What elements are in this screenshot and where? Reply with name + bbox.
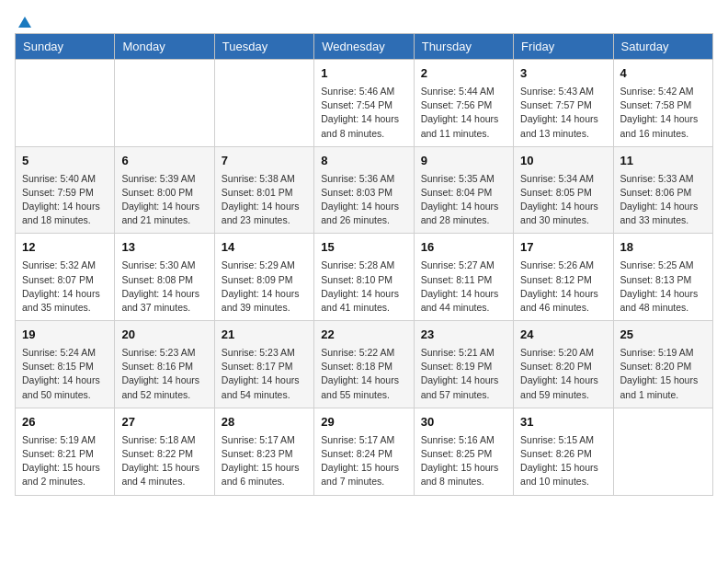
weekday-header-thursday: Thursday [414,34,513,60]
day-number: 1 [321,65,406,83]
day-info: Sunrise: 5:28 AM Sunset: 8:10 PM Dayligh… [321,259,406,315]
calendar-table: SundayMondayTuesdayWednesdayThursdayFrid… [15,33,713,496]
weekday-header-monday: Monday [115,34,214,60]
weekday-header-friday: Friday [514,34,613,60]
day-number: 30 [421,414,506,431]
day-info: Sunrise: 5:24 AM Sunset: 8:15 PM Dayligh… [22,346,108,402]
calendar-week-row: 12Sunrise: 5:32 AM Sunset: 8:07 PM Dayli… [16,234,713,321]
day-number: 3 [520,65,606,83]
calendar-cell: 8Sunrise: 5:36 AM Sunset: 8:03 PM Daylig… [314,146,414,234]
day-info: Sunrise: 5:36 AM Sunset: 8:03 PM Dayligh… [321,172,406,228]
day-info: Sunrise: 5:23 AM Sunset: 8:16 PM Dayligh… [121,346,207,402]
calendar-cell: 6Sunrise: 5:39 AM Sunset: 8:00 PM Daylig… [115,146,214,234]
calendar-cell: 10Sunrise: 5:34 AM Sunset: 8:05 PM Dayli… [514,146,613,234]
day-info: Sunrise: 5:39 AM Sunset: 8:00 PM Dayligh… [121,172,207,228]
calendar-cell: 13Sunrise: 5:30 AM Sunset: 8:08 PM Dayli… [115,234,214,321]
day-number: 27 [121,414,207,431]
day-number: 23 [421,327,506,344]
calendar-cell: 3Sunrise: 5:43 AM Sunset: 7:57 PM Daylig… [514,60,613,147]
day-info: Sunrise: 5:42 AM Sunset: 7:58 PM Dayligh… [620,85,706,141]
day-info: Sunrise: 5:21 AM Sunset: 8:19 PM Dayligh… [421,346,506,402]
weekday-header-saturday: Saturday [613,34,712,60]
day-info: Sunrise: 5:18 AM Sunset: 8:22 PM Dayligh… [121,433,207,489]
day-number: 10 [520,153,606,170]
day-number: 25 [620,327,706,344]
calendar-cell: 25Sunrise: 5:19 AM Sunset: 8:20 PM Dayli… [613,321,712,408]
day-number: 6 [121,153,207,170]
day-info: Sunrise: 5:27 AM Sunset: 8:11 PM Dayligh… [421,259,506,315]
calendar-cell: 20Sunrise: 5:23 AM Sunset: 8:16 PM Dayli… [115,321,214,408]
calendar-cell: 11Sunrise: 5:33 AM Sunset: 8:06 PM Dayli… [613,146,712,234]
weekday-header-tuesday: Tuesday [214,34,313,60]
calendar-cell [214,60,313,147]
day-number: 29 [321,414,406,431]
calendar-cell: 14Sunrise: 5:29 AM Sunset: 8:09 PM Dayli… [214,234,313,321]
calendar-cell: 2Sunrise: 5:44 AM Sunset: 7:56 PM Daylig… [414,60,513,147]
day-number: 12 [22,239,108,257]
day-number: 21 [222,327,307,344]
calendar-cell: 9Sunrise: 5:35 AM Sunset: 8:04 PM Daylig… [414,146,513,234]
logo-icon [17,15,33,31]
calendar-week-row: 19Sunrise: 5:24 AM Sunset: 8:15 PM Dayli… [16,321,713,408]
day-number: 5 [22,153,108,170]
day-info: Sunrise: 5:29 AM Sunset: 8:09 PM Dayligh… [222,259,307,315]
day-number: 20 [121,327,207,344]
day-info: Sunrise: 5:26 AM Sunset: 8:12 PM Dayligh… [520,259,606,315]
calendar-cell: 26Sunrise: 5:19 AM Sunset: 8:21 PM Dayli… [16,408,115,495]
day-number: 24 [520,327,606,344]
day-info: Sunrise: 5:30 AM Sunset: 8:08 PM Dayligh… [121,259,207,315]
calendar-cell: 23Sunrise: 5:21 AM Sunset: 8:19 PM Dayli… [414,321,513,408]
calendar-cell: 21Sunrise: 5:23 AM Sunset: 8:17 PM Dayli… [214,321,313,408]
day-info: Sunrise: 5:32 AM Sunset: 8:07 PM Dayligh… [22,259,108,315]
calendar-cell: 19Sunrise: 5:24 AM Sunset: 8:15 PM Dayli… [16,321,115,408]
day-info: Sunrise: 5:43 AM Sunset: 7:57 PM Dayligh… [520,85,606,141]
day-number: 9 [421,153,506,170]
page-header [15,15,713,26]
day-number: 22 [321,327,406,344]
day-info: Sunrise: 5:20 AM Sunset: 8:20 PM Dayligh… [520,346,606,402]
calendar-cell: 4Sunrise: 5:42 AM Sunset: 7:58 PM Daylig… [613,60,712,147]
calendar-cell: 5Sunrise: 5:40 AM Sunset: 7:59 PM Daylig… [16,146,115,234]
day-number: 17 [520,239,606,257]
svg-marker-0 [18,17,31,28]
calendar-cell: 31Sunrise: 5:15 AM Sunset: 8:26 PM Dayli… [514,408,613,495]
day-info: Sunrise: 5:40 AM Sunset: 7:59 PM Dayligh… [22,172,108,228]
day-number: 8 [321,153,406,170]
day-info: Sunrise: 5:22 AM Sunset: 8:18 PM Dayligh… [321,346,406,402]
day-number: 14 [222,239,307,257]
calendar-cell: 17Sunrise: 5:26 AM Sunset: 8:12 PM Dayli… [514,234,613,321]
day-number: 16 [421,239,506,257]
day-info: Sunrise: 5:33 AM Sunset: 8:06 PM Dayligh… [620,172,706,228]
day-number: 31 [520,414,606,431]
day-number: 28 [222,414,307,431]
day-info: Sunrise: 5:35 AM Sunset: 8:04 PM Dayligh… [421,172,506,228]
calendar-cell: 7Sunrise: 5:38 AM Sunset: 8:01 PM Daylig… [214,146,313,234]
calendar-cell: 16Sunrise: 5:27 AM Sunset: 8:11 PM Dayli… [414,234,513,321]
day-number: 2 [421,65,506,83]
calendar-header-row: SundayMondayTuesdayWednesdayThursdayFrid… [16,34,713,60]
calendar-cell: 18Sunrise: 5:25 AM Sunset: 8:13 PM Dayli… [613,234,712,321]
day-number: 4 [620,65,706,83]
calendar-week-row: 26Sunrise: 5:19 AM Sunset: 8:21 PM Dayli… [16,408,713,495]
day-info: Sunrise: 5:19 AM Sunset: 8:20 PM Dayligh… [620,346,706,402]
day-number: 18 [620,239,706,257]
weekday-header-sunday: Sunday [16,34,115,60]
calendar-cell: 27Sunrise: 5:18 AM Sunset: 8:22 PM Dayli… [115,408,214,495]
calendar-cell: 29Sunrise: 5:17 AM Sunset: 8:24 PM Dayli… [314,408,414,495]
calendar-cell: 12Sunrise: 5:32 AM Sunset: 8:07 PM Dayli… [16,234,115,321]
calendar-week-row: 5Sunrise: 5:40 AM Sunset: 7:59 PM Daylig… [16,146,713,234]
calendar-cell [16,60,115,147]
day-info: Sunrise: 5:44 AM Sunset: 7:56 PM Dayligh… [421,85,506,141]
calendar-cell: 30Sunrise: 5:16 AM Sunset: 8:25 PM Dayli… [414,408,513,495]
calendar-cell [115,60,214,147]
calendar-cell: 1Sunrise: 5:46 AM Sunset: 7:54 PM Daylig… [314,60,414,147]
day-info: Sunrise: 5:17 AM Sunset: 8:23 PM Dayligh… [222,433,307,489]
day-number: 26 [22,414,108,431]
day-info: Sunrise: 5:25 AM Sunset: 8:13 PM Dayligh… [620,259,706,315]
calendar-cell: 28Sunrise: 5:17 AM Sunset: 8:23 PM Dayli… [214,408,313,495]
day-info: Sunrise: 5:19 AM Sunset: 8:21 PM Dayligh… [22,433,108,489]
calendar-cell: 15Sunrise: 5:28 AM Sunset: 8:10 PM Dayli… [314,234,414,321]
day-info: Sunrise: 5:17 AM Sunset: 8:24 PM Dayligh… [321,433,406,489]
logo [15,15,33,26]
calendar-cell: 22Sunrise: 5:22 AM Sunset: 8:18 PM Dayli… [314,321,414,408]
